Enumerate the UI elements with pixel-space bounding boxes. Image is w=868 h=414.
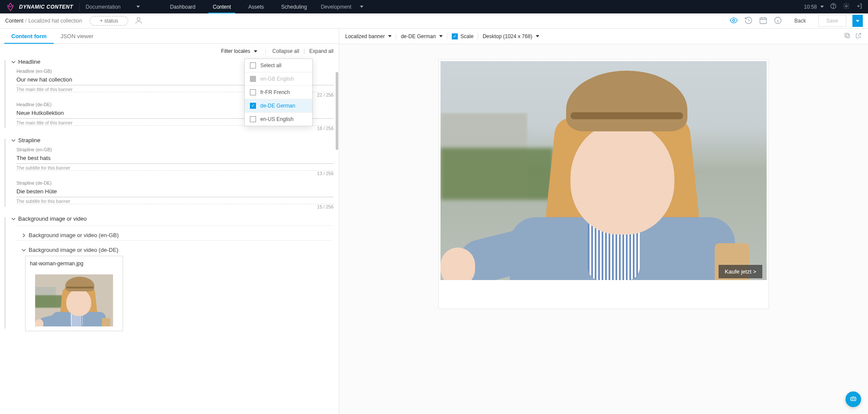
section-strapline: Strapline Strapline (en-GB) The subtitle…	[4, 137, 334, 209]
cta-button[interactable]: Kaufe jetzt >	[719, 265, 762, 278]
breadcrumb-root[interactable]: Content	[5, 18, 23, 24]
char-counter: 13 / 256	[317, 171, 334, 176]
app-logo[interactable]: DYNAMIC CONTENT	[5, 2, 73, 12]
svg-point-10	[852, 399, 853, 400]
breadcrumb-sep: /	[25, 18, 26, 24]
locale-option-en-us[interactable]: en-US English	[245, 113, 312, 126]
section-toggle-background[interactable]: Background image or video	[11, 215, 334, 222]
checkbox-icon	[250, 116, 256, 122]
gear-icon[interactable]	[843, 3, 850, 11]
tab-json-viewer[interactable]: JSON viewer	[54, 29, 100, 43]
chevron-down-icon	[254, 50, 257, 52]
chat-fab[interactable]	[845, 391, 861, 407]
char-counter: 22 / 256	[317, 92, 334, 98]
nav-tab-scheduling[interactable]: Scheduling	[277, 0, 311, 13]
nav-tabs: Dashboard Content Assets Scheduling	[166, 0, 311, 13]
field-strapline-en-gb: Strapline (en-GB) The subtitle for this …	[16, 147, 334, 176]
svg-rect-8	[845, 33, 849, 37]
editor-subtabs: Content form JSON viewer	[0, 29, 339, 44]
bg-de-de-toggle[interactable]: Background image or video (de-DE)	[22, 247, 334, 253]
scrollbar-thumb[interactable]	[336, 72, 338, 150]
expand-all-link[interactable]: Expand all	[309, 48, 334, 54]
preview-banner-image	[440, 61, 767, 280]
checkbox-icon	[250, 62, 256, 68]
preview-scale-toggle[interactable]: ✓ Scale	[452, 33, 473, 39]
preview-toolbar: Localized banner de-DE German ✓ Scale De…	[339, 29, 868, 44]
svg-rect-7	[846, 34, 849, 38]
bg-en-gb-toggle[interactable]: Background image or video (en-GB)	[22, 232, 334, 238]
locale-option-fr-fr[interactable]: fr-FR French	[245, 86, 312, 99]
tab-content-form[interactable]: Content form	[4, 29, 54, 43]
svg-point-3	[137, 17, 140, 20]
clock-time: 10:58	[804, 4, 817, 10]
section-background: Background image or video Background ima…	[4, 215, 334, 331]
checkbox-icon	[250, 89, 256, 95]
locale-option-en-gb[interactable]: en-GB English	[245, 72, 312, 86]
checkbox-checked-icon: ✓	[250, 103, 256, 109]
external-link-icon[interactable]	[855, 32, 862, 40]
history-icon[interactable]	[744, 16, 753, 26]
status-chip[interactable]: + status	[90, 16, 128, 26]
breadcrumb-current: Localized hat collection	[28, 18, 82, 24]
chevron-down-icon[interactable]	[820, 6, 824, 8]
checkbox-checked-icon: ✓	[452, 33, 458, 39]
filter-row: Filter locales | Collapse all | Expand a…	[0, 44, 339, 57]
eye-icon[interactable]	[729, 16, 738, 26]
section-toggle-strapline[interactable]: Strapline	[11, 137, 334, 143]
nav-tab-content[interactable]: Content	[208, 0, 235, 13]
editor-panel: Content form JSON viewer Filter locales …	[0, 29, 339, 414]
chat-icon	[849, 395, 857, 403]
chevron-down-icon	[22, 248, 26, 252]
preview-device-select[interactable]: Desktop (1024 x 768)	[483, 33, 544, 39]
preview-panel: Localized banner de-DE German ✓ Scale De…	[339, 29, 868, 414]
svg-point-1	[833, 7, 833, 8]
logo-icon	[5, 2, 16, 12]
chevron-down-icon	[439, 35, 443, 37]
strapline-de-de-input[interactable]	[16, 186, 334, 197]
char-counter: 15 / 256	[317, 204, 334, 209]
asset-card[interactable]: hat-woman-german.jpg	[25, 256, 123, 331]
locale-filter-dropdown: Select all en-GB English fr-FR French ✓ …	[244, 59, 313, 126]
svg-point-11	[854, 399, 855, 400]
chevron-down-icon	[536, 35, 539, 37]
calendar-icon[interactable]	[759, 16, 768, 26]
locale-option-de-de[interactable]: ✓ de-DE German	[245, 99, 312, 113]
app-name: DYNAMIC CONTENT	[19, 4, 73, 10]
locale-option-select-all[interactable]: Select all	[245, 59, 312, 72]
preview-canvas: Kaufe jetzt >	[438, 59, 769, 309]
svg-rect-9	[851, 398, 856, 401]
copy-icon[interactable]	[844, 32, 851, 40]
chevron-right-icon	[22, 233, 26, 238]
help-icon[interactable]	[830, 3, 837, 11]
info-icon[interactable]	[774, 16, 782, 26]
back-button[interactable]: Back	[788, 15, 812, 26]
chevron-down-icon	[136, 6, 140, 8]
chevron-down-icon	[11, 138, 16, 143]
svg-point-2	[845, 5, 847, 7]
top-nav: DYNAMIC CONTENT Documentation Dashboard …	[0, 0, 868, 13]
filter-locales-button[interactable]: Filter locales	[221, 48, 257, 54]
save-button: Save	[818, 15, 846, 27]
nav-documentation[interactable]: Documentation	[86, 4, 140, 10]
preview-viz-select[interactable]: Localized banner	[345, 33, 396, 39]
checkbox-icon	[250, 76, 256, 82]
collapse-all-link[interactable]: Collapse all	[272, 48, 299, 54]
svg-point-4	[732, 19, 735, 21]
chevron-down-icon	[360, 6, 363, 8]
asset-thumbnail	[35, 274, 113, 326]
chevron-down-icon	[11, 60, 16, 64]
assignee-icon[interactable]	[134, 16, 143, 26]
logout-icon[interactable]	[856, 3, 863, 11]
svg-rect-5	[760, 18, 766, 23]
chevron-down-icon	[11, 217, 16, 221]
save-caret-button[interactable]	[852, 15, 863, 27]
nav-tab-dashboard[interactable]: Dashboard	[166, 0, 200, 13]
nav-tab-assets[interactable]: Assets	[244, 0, 268, 13]
preview-locale-select[interactable]: de-DE German	[401, 33, 447, 39]
nav-development[interactable]: Development	[321, 4, 364, 10]
strapline-en-gb-input[interactable]	[16, 153, 334, 164]
divider	[79, 3, 80, 11]
breadcrumb-bar: Content / Localized hat collection + sta…	[0, 13, 868, 29]
chevron-down-icon	[388, 35, 392, 37]
asset-filename: hat-woman-german.jpg	[30, 261, 118, 267]
